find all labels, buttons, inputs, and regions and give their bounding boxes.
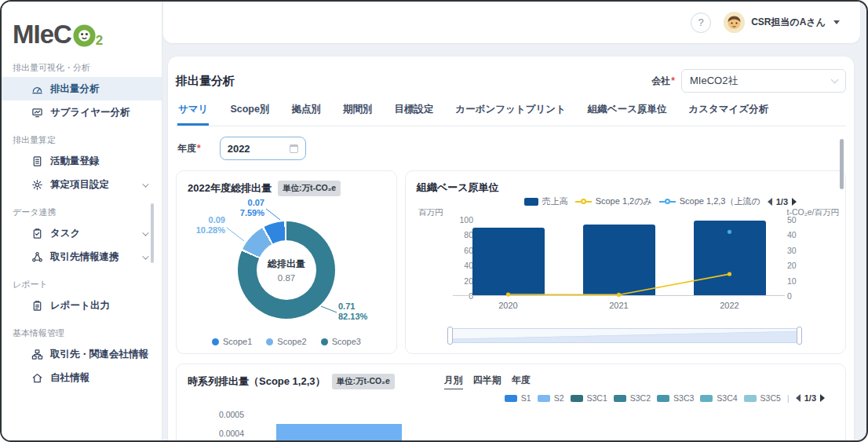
analysis-tabs: サマリ Scope別 拠点別 期間別 目標設定 カーボンフットプリント 組織ベー… (176, 103, 846, 126)
company-select[interactable]: MIeCO2社 (681, 69, 846, 93)
year-value: 2022 (228, 143, 250, 155)
intensity-legend: 売上高 Scope 1,2のみ Scope 1,2,3（上流の 1/3 (524, 195, 797, 207)
unit-badge: 単位:万t-CO₂e (278, 181, 341, 196)
legend-item-s3c4[interactable]: S3C4 (700, 393, 737, 403)
timeseries-card: 時系列排出量（Scope 1,2,3） 単位:万t-CO₂e 月別 四半期 年度… (176, 363, 846, 442)
legend-item-s2[interactable]: S2 (538, 393, 564, 403)
tab-by-period[interactable]: 期間別 (342, 103, 374, 126)
datazoom-handle-left[interactable] (447, 327, 453, 345)
sidebar-section-label: データ連携 (13, 206, 162, 218)
sidebar-item-label: 取引先情報連携 (50, 250, 119, 264)
pager-label: 1/3 (804, 393, 816, 403)
period-toggles: 月別 四半期 年度 (444, 374, 531, 389)
sidebar-item-activity-register[interactable]: 活動量登録 (2, 149, 162, 173)
legend-separator: | (787, 393, 790, 403)
datazoom-slider[interactable] (449, 328, 801, 343)
sidebar-item-label: タスク (50, 227, 80, 240)
sidebar-section-label: 基本情報管理 (13, 327, 162, 339)
toggle-monthly[interactable]: 月別 (444, 374, 463, 389)
logo-o2-face-icon (72, 23, 97, 47)
sidebar-item-own-company-info[interactable]: 自社情報 (2, 366, 162, 389)
required-mark: * (671, 75, 675, 86)
help-button[interactable]: ? (691, 13, 711, 33)
required-mark: * (197, 143, 201, 154)
timeseries-ytick: 0.0004 (208, 429, 244, 438)
sidebar-scrollbar[interactable] (151, 203, 154, 263)
legend-item-s3c3[interactable]: S3C3 (657, 393, 694, 403)
intensity-chart-title: 組織ベース原単位 (417, 181, 499, 195)
line-series (453, 220, 785, 295)
monitor-icon (31, 107, 43, 119)
gear-icon (31, 179, 43, 191)
timeseries-title: 時系列排出量（Scope 1,2,3） (188, 374, 326, 389)
org-icon (31, 349, 43, 360)
tab-org-intensity[interactable]: 組織ベース原単位 (587, 103, 668, 126)
slice-label-scope3: 0.7182.13% (338, 301, 367, 322)
left-axis-unit: 百万円 (418, 207, 443, 218)
sidebar-section-label: 排出量算定 (13, 134, 162, 146)
home-icon (31, 372, 43, 384)
org-intensity-card: 組織ベース原単位 売上高 Scope 1,2のみ Scope 1,2,3（上流の… (405, 170, 846, 354)
avatar (724, 12, 745, 33)
left-axis-ticks: 100 80 60 40 20 0 (417, 220, 445, 296)
tab-summary[interactable]: サマリ (177, 103, 209, 126)
pager-prev-icon[interactable] (796, 394, 801, 402)
sidebar-item-calc-settings[interactable]: 算定項目設定 (2, 173, 162, 196)
calendar-icon (290, 144, 298, 153)
legend-item-scope123-line[interactable]: Scope 1,2,3（上流の (659, 195, 760, 207)
network-icon (31, 251, 43, 263)
tab-by-scope[interactable]: Scope別 (229, 103, 270, 126)
company-select-value: MIeCO2社 (690, 74, 738, 88)
legend-item-s3c1[interactable]: S3C1 (571, 393, 607, 403)
sidebar-item-partner-data-link[interactable]: 取引先情報連携 (2, 245, 162, 268)
slice-label-scope2: 0.0910.28% (178, 215, 225, 236)
sidebar-item-report-output[interactable]: レポート出力 (2, 294, 162, 317)
legend-item-s3c5[interactable]: S3C5 (744, 393, 781, 403)
sidebar-section-label: 排出量可視化・分析 (13, 62, 162, 74)
sidebar-item-emission-analysis[interactable]: 排出量分析 (2, 77, 162, 100)
pager-prev-icon[interactable] (768, 198, 772, 206)
donut-chart-title: 2022年度総排出量 (188, 181, 272, 195)
legend-item-scope12-line[interactable]: Scope 1,2のみ (575, 195, 652, 207)
right-axis-ticks: 50 40 30 20 10 0 (787, 220, 811, 296)
tab-target-setting[interactable]: 目標設定 (393, 103, 434, 126)
legend-item-s3c2[interactable]: S3C2 (614, 393, 651, 403)
legend-item-s1[interactable]: S1 (505, 393, 531, 403)
app-logo: MIeC 2 (2, 2, 162, 52)
pager-next-icon[interactable] (820, 394, 825, 402)
company-label: 会社* (651, 75, 675, 88)
tab-by-site[interactable]: 拠点別 (290, 103, 322, 126)
datazoom-handle-right[interactable] (797, 327, 802, 345)
intensity-plot (453, 220, 785, 296)
sidebar-section-label: レポート (13, 279, 162, 290)
sidebar-item-label: 活動量登録 (50, 155, 100, 168)
sidebar-item-supplier-analysis[interactable]: サプライヤー分析 (2, 100, 162, 124)
user-name: CSR担当のAさん (751, 16, 826, 29)
legend-item-revenue[interactable]: 売上高 (524, 195, 568, 207)
legend-item-scope2[interactable]: Scope2 (266, 337, 306, 346)
sidebar-item-label: 取引先・関連会社情報 (50, 348, 148, 361)
tab-carbon-footprint[interactable]: カーボンフットプリント (454, 103, 566, 126)
tab-custom-analysis[interactable]: カスタマイズ分析 (687, 103, 769, 126)
pager-next-icon[interactable] (792, 198, 797, 206)
timeseries-legend: S1 S2 S3C1 S3C2 S3C3 S3C4 S3C5 | 1/3 (505, 393, 825, 403)
intensity-xaxis: 2020 2021 2022 (453, 301, 785, 312)
sidebar-item-partner-company-info[interactable]: 取引先・関連会社情報 (2, 342, 162, 366)
timeseries-bar[interactable] (276, 424, 402, 442)
page-scrollbar[interactable] (840, 139, 844, 189)
legend-pager: 1/3 (768, 197, 797, 206)
user-menu[interactable]: CSR担当のAさん (724, 12, 840, 33)
sidebar-item-label: 排出量分析 (50, 82, 100, 96)
chevron-down-icon (142, 181, 148, 187)
toggle-yearly[interactable]: 年度 (512, 374, 531, 389)
legend-item-scope3[interactable]: Scope3 (321, 337, 361, 346)
toggle-quarterly[interactable]: 四半期 (473, 374, 501, 389)
gauge-icon (31, 83, 43, 95)
year-picker[interactable]: 2022 (220, 137, 306, 160)
sidebar-item-tasks[interactable]: タスク (2, 221, 162, 245)
page-title: 排出量分析 (176, 74, 235, 89)
sidebar-item-label: 算定項目設定 (50, 178, 109, 192)
topbar: ? CSR担当のAさん (163, 2, 860, 43)
legend-item-scope1[interactable]: Scope1 (212, 337, 252, 346)
intensity-xlabel: 2021 (596, 301, 643, 310)
